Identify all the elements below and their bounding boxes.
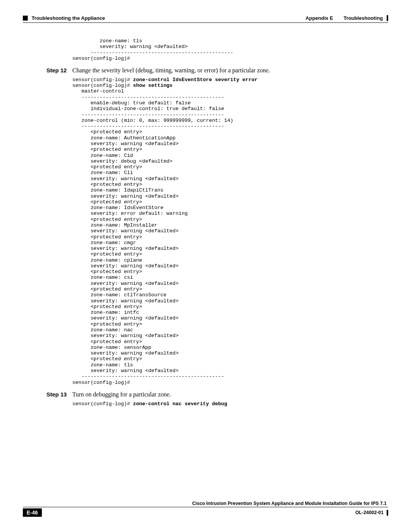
page: Troubleshooting the Appliance Appendix E… bbox=[0, 0, 411, 532]
code-block-2: sensor(config-log)# zone-control IdsEven… bbox=[72, 77, 365, 385]
output: master-control -------------------------… bbox=[72, 88, 233, 385]
header-bar-icon bbox=[387, 15, 388, 21]
header-left: Troubleshooting the Appliance bbox=[23, 15, 105, 21]
step-12-label: Step 12 bbox=[46, 67, 72, 73]
footer-title: Cisco Intrusion Prevention System Applia… bbox=[23, 501, 387, 506]
section-title: Troubleshooting the Appliance bbox=[32, 15, 105, 21]
prompt: sensor(config-log)# bbox=[72, 401, 133, 407]
header-square-icon bbox=[23, 16, 28, 21]
footer: Cisco Intrusion Prevention System Applia… bbox=[23, 501, 388, 517]
appendix-label: Appendix E bbox=[306, 15, 333, 21]
step-13-text: Turn on debugging for a particular zone. bbox=[72, 391, 171, 399]
body-content: zone-name: tls severity: warning <defaul… bbox=[23, 38, 388, 407]
prompt: sensor(config-log)# bbox=[72, 83, 133, 88]
running-header: Troubleshooting the Appliance Appendix E… bbox=[23, 15, 388, 21]
step-12-text: Change the severity level (debug, timing… bbox=[72, 67, 270, 75]
doc-id-wrap: OL-24002-01 bbox=[355, 510, 388, 516]
step-13-row: Step 13 Turn on debugging for a particul… bbox=[72, 391, 365, 399]
command: zone-control nac severity debug bbox=[133, 401, 227, 407]
page-number: E-46 bbox=[23, 508, 42, 517]
header-right: Appendix E Troubleshooting bbox=[306, 15, 388, 21]
header-rule bbox=[23, 22, 388, 23]
code-block-1: zone-name: tls severity: warning <defaul… bbox=[72, 38, 365, 61]
prompt: sensor(config-log)# bbox=[72, 77, 133, 83]
doc-id: OL-24002-01 bbox=[355, 510, 384, 515]
appendix-title: Troubleshooting bbox=[344, 15, 383, 21]
command: show settings bbox=[133, 83, 173, 88]
step-12-row: Step 12 Change the severity level (debug… bbox=[72, 67, 365, 75]
code-block-3: sensor(config-log)# zone-control nac sev… bbox=[72, 401, 365, 407]
footer-bar-icon bbox=[387, 510, 388, 516]
footer-bottom: E-46 OL-24002-01 bbox=[23, 508, 388, 517]
step-13-label: Step 13 bbox=[46, 391, 72, 398]
command: zone-control IdsEventStore severity erro… bbox=[133, 77, 258, 83]
footer-rule bbox=[23, 507, 388, 507]
